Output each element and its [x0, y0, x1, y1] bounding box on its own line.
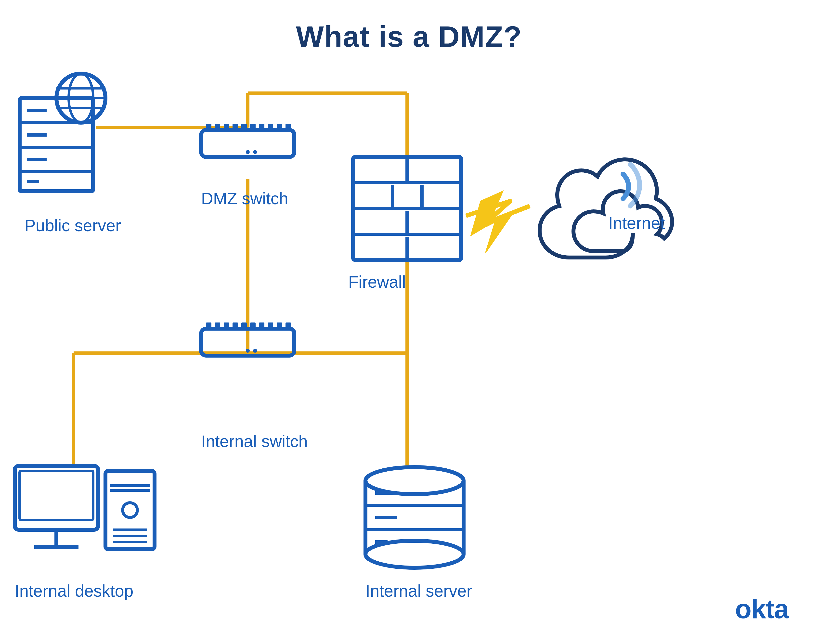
diagram-container: Public server DMZ switch Firewall Intern… [0, 0, 818, 644]
svg-rect-56 [285, 322, 291, 330]
internal-server-label: Internal server [365, 581, 472, 600]
svg-point-35 [253, 150, 257, 154]
svg-rect-51 [241, 322, 247, 330]
svg-rect-24 [206, 124, 212, 131]
svg-rect-50 [233, 322, 238, 330]
svg-rect-31 [268, 124, 273, 131]
svg-rect-29 [250, 124, 256, 131]
internal-desktop-icon [15, 466, 155, 549]
internet-label: Internet [608, 213, 665, 233]
firewall-icon [353, 157, 461, 260]
internal-switch-label: Internal switch [201, 432, 308, 451]
internal-server-icon [365, 467, 463, 568]
svg-point-73 [365, 541, 463, 568]
okta-logo: okta [735, 593, 789, 624]
svg-point-66 [123, 503, 137, 517]
svg-rect-60 [20, 471, 93, 520]
svg-rect-28 [241, 124, 247, 131]
internet-cloud-icon [540, 159, 672, 258]
svg-rect-27 [233, 124, 238, 131]
dmz-switch-label: DMZ switch [201, 189, 288, 208]
svg-rect-53 [259, 322, 264, 330]
svg-rect-26 [224, 124, 229, 131]
svg-rect-49 [224, 322, 229, 330]
svg-rect-30 [259, 124, 264, 131]
svg-rect-25 [215, 124, 220, 131]
svg-rect-63 [106, 471, 155, 549]
svg-rect-54 [268, 322, 273, 330]
internal-desktop-label: Internal desktop [15, 581, 134, 600]
svg-point-57 [246, 349, 250, 353]
svg-rect-48 [215, 322, 220, 330]
svg-rect-47 [206, 322, 212, 330]
svg-point-58 [253, 349, 257, 353]
firewall-label: Firewall [348, 272, 406, 291]
svg-point-70 [365, 467, 463, 494]
svg-rect-52 [250, 322, 256, 330]
public-server-icon [20, 74, 106, 191]
dmz-switch-icon [201, 124, 294, 157]
svg-rect-33 [285, 124, 291, 131]
public-server-label: Public server [25, 216, 121, 235]
svg-rect-32 [277, 124, 282, 131]
svg-rect-55 [277, 322, 282, 330]
svg-point-34 [246, 150, 250, 154]
